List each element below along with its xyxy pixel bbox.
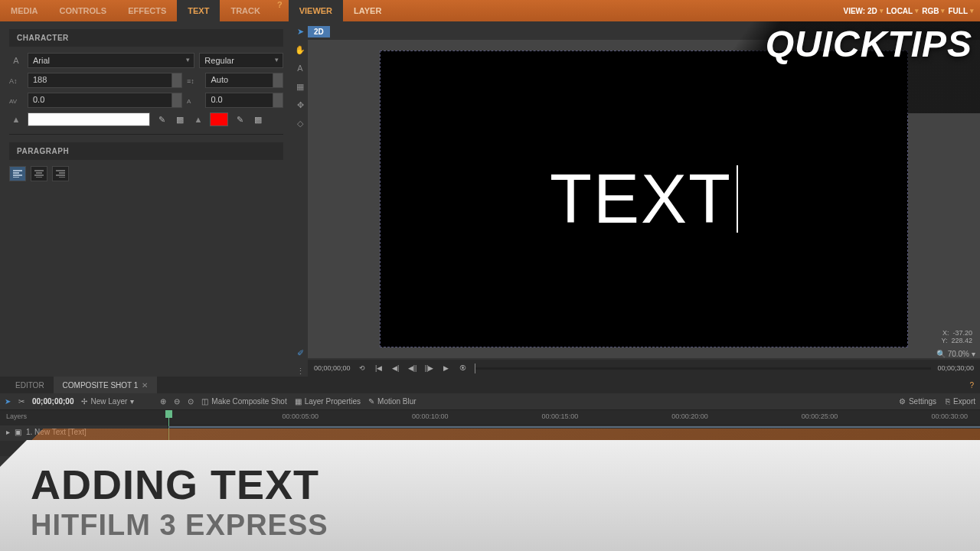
tab-text[interactable]: TEXT <box>177 0 220 21</box>
step-fwd-button[interactable]: ||▶ <box>424 363 435 373</box>
layers-header: Layers <box>0 410 168 425</box>
viewer-2d-tab[interactable]: 2D <box>308 26 330 37</box>
svg-text:A: A <box>187 98 191 105</box>
svg-text:AV: AV <box>9 98 18 105</box>
nocolor-outline-icon[interactable]: ▩ <box>251 112 265 126</box>
pen-tool-icon[interactable]: ✐ <box>295 347 305 358</box>
loop-button[interactable]: ⟲ <box>357 363 368 373</box>
svg-text:≡↕: ≡↕ <box>187 77 194 85</box>
pointer-tool-icon[interactable]: ➤ <box>5 397 11 406</box>
make-composite-button[interactable]: ◫ Make Composite Shot <box>201 397 286 406</box>
layer-track-area[interactable] <box>168 425 980 441</box>
tracking2-input[interactable]: 0.0 <box>205 93 283 108</box>
paragraph-header: PARAGRAPH <box>9 142 283 160</box>
text-tool-icon[interactable]: A <box>295 63 305 73</box>
expand-icon[interactable]: ▸ <box>6 428 10 439</box>
leading-input[interactable]: Auto <box>205 73 283 88</box>
out-button[interactable]: ⊖ <box>174 397 180 406</box>
goto-start-button[interactable]: |◀ <box>374 363 384 373</box>
export-button[interactable]: ⎘ Export <box>946 397 975 406</box>
help-icon[interactable]: ? <box>277 0 283 21</box>
fit-button[interactable]: ⊙ <box>188 397 194 406</box>
tracking-input[interactable]: 0.0 <box>28 93 182 108</box>
tracking-icon: AV <box>9 96 23 105</box>
layer-properties-button[interactable]: ▦ Layer Properties <box>295 397 361 406</box>
zoom-dropdown[interactable]: 🔍 70.0% ▾ <box>936 350 975 358</box>
timeline-time[interactable]: 00;00;00;00 <box>32 397 74 406</box>
fill-icon: ▲ <box>9 115 23 124</box>
size-icon: A↕ <box>9 76 23 85</box>
coords-readout: X: -37.20 Y: 228.42 <box>941 329 972 344</box>
rgb-dropdown[interactable]: RGB <box>922 7 945 15</box>
weight-dropdown[interactable]: Regular <box>199 53 283 68</box>
font-size-input[interactable]: 188 <box>28 73 182 88</box>
layer-clip[interactable] <box>168 426 980 428</box>
options-tool-icon[interactable]: ⋮ <box>295 366 305 377</box>
in-button[interactable]: ⊕ <box>160 397 166 406</box>
track-tool-icon[interactable]: ◇ <box>295 118 305 129</box>
layer-blend[interactable]: None <box>0 441 168 456</box>
tab-editor[interactable]: EDITOR <box>6 377 54 393</box>
character-header: CHARACTER <box>9 29 283 47</box>
outline-color-swatch[interactable] <box>210 112 228 126</box>
align-left-button[interactable] <box>9 166 26 181</box>
view-mode-dropdown[interactable]: VIEW: 2D <box>843 7 883 15</box>
text-panel: CHARACTER A Arial Regular A↕ 188 ≡↕ Auto… <box>0 21 292 377</box>
close-tab-icon[interactable]: ✕ <box>142 381 148 390</box>
play-button[interactable]: ▶ <box>441 363 452 373</box>
visibility-icon[interactable]: ▣ <box>15 428 21 439</box>
mask-tool-icon[interactable]: ▦ <box>295 81 305 92</box>
slice-tool-icon[interactable]: ✂ <box>18 397 24 406</box>
time-left: 00;00;00;00 <box>314 364 351 372</box>
hand-tool-icon[interactable]: ✋ <box>295 44 305 55</box>
time-right: 00;00;30;00 <box>937 364 974 372</box>
canvas[interactable]: TEXT <box>380 51 908 347</box>
select-tool-icon[interactable]: ➤ <box>295 26 305 37</box>
tab-viewer[interactable]: VIEWER <box>289 0 343 21</box>
svg-text:A↕: A↕ <box>9 77 18 85</box>
new-layer-button[interactable]: ✢ New Layer ▾ <box>81 397 134 406</box>
leading-icon: ≡↕ <box>187 76 201 85</box>
help-bottom-icon[interactable]: ? <box>969 381 980 390</box>
motion-blur-button[interactable]: ✎ Motion Blur <box>368 397 416 406</box>
record-button[interactable]: ⦿ <box>458 363 469 373</box>
canvas-area[interactable]: TEXT <box>308 40 980 358</box>
layer-row[interactable]: ▸ ▣ 1. New Text [Text] <box>0 425 168 441</box>
tab-layer[interactable]: LAYER <box>343 0 392 21</box>
canvas-text[interactable]: TEXT <box>550 160 732 239</box>
align-right-button[interactable] <box>52 166 69 181</box>
font-icon: A <box>9 56 23 65</box>
font-dropdown[interactable]: Arial <box>28 53 194 68</box>
anchor-tool-icon[interactable]: ✥ <box>295 99 305 110</box>
text-cursor-icon <box>737 165 738 233</box>
tracking2-icon: A <box>187 96 201 105</box>
tab-effects[interactable]: EFFECTS <box>117 0 177 21</box>
eyedropper-outline-icon[interactable]: ✎ <box>233 112 247 126</box>
timeline-ruler[interactable]: 00:00:05:00 00:00:10:00 00:00:15:00 00:0… <box>168 410 980 425</box>
full-dropdown[interactable]: FULL <box>948 7 974 15</box>
overlay-quicktips: QUICKTIPS <box>766 23 980 65</box>
nocolor-fill-icon[interactable]: ▩ <box>173 112 187 126</box>
outline-icon: ▲ <box>191 115 205 124</box>
prev-frame-button[interactable]: ◀| <box>390 363 401 373</box>
tab-media[interactable]: MEDIA <box>0 0 48 21</box>
fill-color-swatch[interactable] <box>28 112 150 126</box>
settings-button[interactable]: ⚙ Settings <box>899 397 936 406</box>
step-back-button[interactable]: ◀|| <box>407 363 418 373</box>
align-center-button[interactable] <box>31 166 47 181</box>
tab-track[interactable]: TRACK <box>220 0 271 21</box>
local-dropdown[interactable]: LOCAL <box>887 7 919 15</box>
tab-controls[interactable]: CONTROLS <box>48 0 117 21</box>
tab-composite[interactable]: COMPOSITE SHOT 1✕ <box>54 377 158 393</box>
eyedropper-fill-icon[interactable]: ✎ <box>155 112 168 126</box>
